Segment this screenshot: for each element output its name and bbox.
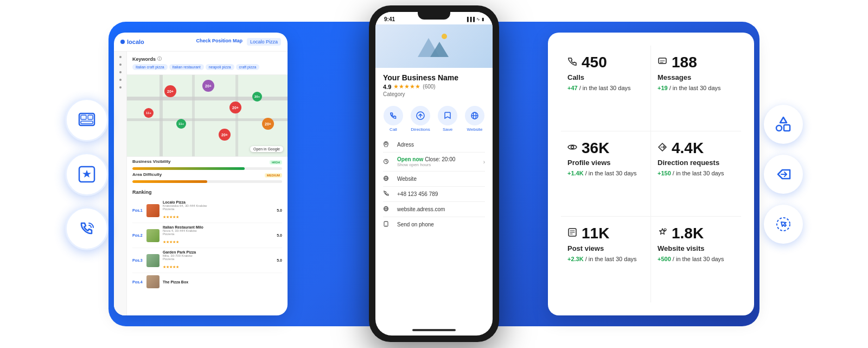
rank-score-2: 5.0 bbox=[277, 233, 282, 237]
directions-btn-circle bbox=[411, 106, 430, 125]
rank-cat-1: Pizzeria bbox=[163, 207, 273, 211]
messages-number: 188 bbox=[672, 54, 697, 71]
difficulty-bar bbox=[132, 180, 282, 183]
rank-score-1: 5.0 bbox=[277, 208, 282, 212]
home-indicator bbox=[412, 329, 456, 331]
tab-check-position[interactable]: Check Position Map bbox=[196, 38, 242, 46]
nav-dot-5 bbox=[119, 86, 122, 88]
website-visits-label: Website visits bbox=[658, 244, 735, 252]
call-btn-circle bbox=[384, 106, 403, 125]
left-icons bbox=[65, 98, 108, 250]
svg-point-8 bbox=[776, 125, 782, 131]
tab-localo-pizza[interactable]: Localo Pizza bbox=[247, 38, 281, 46]
rating-score: 4.9 bbox=[383, 84, 391, 90]
visibility-bar bbox=[132, 167, 282, 170]
website-label-icon bbox=[383, 175, 392, 182]
calls-icon-circle bbox=[65, 207, 108, 250]
nav-dot-3 bbox=[119, 71, 122, 73]
website-url-icon bbox=[383, 206, 392, 213]
map-sidebar-nav bbox=[114, 52, 127, 315]
action-btn-directions[interactable]: Directions bbox=[411, 106, 430, 132]
rank-info-2: Italian Restaurant Milo Nova 4, 30-444 K… bbox=[163, 225, 273, 245]
business-category: Category bbox=[383, 91, 485, 97]
info-row-website-label[interactable]: Website bbox=[383, 172, 485, 187]
reviews-icon bbox=[77, 164, 97, 184]
business-name: Your Business Name bbox=[383, 73, 485, 82]
calls-metric-header: 450 bbox=[567, 54, 644, 71]
keyword-tag-4[interactable]: craft pizza bbox=[236, 64, 260, 70]
website-visits-text: / in the last 30 days bbox=[673, 256, 724, 262]
metric-direction-requests: 4.4K Direction requests +150 / in the la… bbox=[651, 131, 741, 217]
post-views-text: / in the last 30 days bbox=[585, 256, 637, 262]
map-visual-area[interactable]: 20+ 20+ 20+ 20+ 20+ 11+ 11+ 20+ Open in … bbox=[127, 75, 288, 156]
profile-views-positive: +1.4K bbox=[567, 170, 584, 176]
action-btn-call[interactable]: Call bbox=[384, 106, 403, 132]
rank-cat-3: Pizzeria bbox=[163, 257, 273, 261]
map-pin-5: 20+ bbox=[219, 129, 231, 141]
open-in-google-btn[interactable]: Open in Google bbox=[250, 146, 283, 152]
rank-name-4: The Pizza Box bbox=[163, 280, 282, 284]
messages-change-positive: +19 bbox=[658, 85, 668, 91]
hours-details: Open now Close: 20:00 Show open hours bbox=[397, 156, 478, 167]
website-visits-number: 1.8K bbox=[672, 225, 704, 242]
keyword-tag-2[interactable]: Italian restaurant bbox=[169, 64, 204, 70]
hours-arrow-icon: › bbox=[483, 159, 485, 165]
rank-img-4 bbox=[146, 275, 159, 288]
rank-name-2: Italian Restaurant Milo bbox=[163, 225, 273, 229]
map-pin-3: 20+ bbox=[229, 102, 241, 113]
messages-change-text: / in the last 30 days bbox=[669, 85, 721, 91]
metric-profile-views: 36K Profile views +1.4K / in the last 30… bbox=[561, 131, 651, 217]
ranking-item-1: Pos.1 Localo Pizza Krakowska 64, 30-444 … bbox=[132, 198, 282, 223]
calls-number: 450 bbox=[582, 54, 607, 71]
directions-icon bbox=[416, 111, 425, 120]
battery-icon: ▮ bbox=[482, 17, 484, 22]
profile-views-icon bbox=[567, 142, 577, 155]
calls-label: Calls bbox=[567, 73, 644, 81]
phone-screen: 9:41 ▐▐▐ ∿ ▮ Your Business Name bbox=[375, 12, 493, 336]
info-row-send-phone[interactable]: Send on phone bbox=[383, 217, 485, 232]
calls-change-text: / in the last 30 days bbox=[579, 85, 631, 91]
svg-marker-5 bbox=[82, 170, 91, 178]
hero-mountain-svg bbox=[415, 30, 453, 62]
keyword-tag-3[interactable]: neapoli pizza bbox=[206, 64, 234, 70]
info-row-website-url[interactable]: website.adress.com bbox=[383, 202, 485, 217]
nav-dot-4 bbox=[119, 79, 122, 81]
directions-sign-icon-circle bbox=[764, 155, 803, 194]
map-panel-header: localo Check Position Map Localo Pizza bbox=[114, 33, 288, 52]
map-content: Keywords ⓘ Italian craft pizza Italian r… bbox=[127, 52, 288, 315]
rank-name-1: Localo Pizza bbox=[163, 200, 273, 204]
difficulty-fill bbox=[132, 180, 207, 183]
action-btn-save[interactable]: Save bbox=[438, 106, 457, 132]
visibility-section: Business Visibility HIGH Area Difficulty… bbox=[127, 156, 288, 186]
messages-change: +19 / in the last 30 days bbox=[658, 85, 735, 91]
phone-business-info: Your Business Name 4.9 ★★★★★ (600) Categ… bbox=[375, 68, 493, 100]
keywords-section: Keywords ⓘ Italian craft pizza Italian r… bbox=[127, 52, 288, 75]
ranking-item-4: Pos.4 The Pizza Box bbox=[132, 273, 282, 290]
analytics-panel: 450 Calls +47 / in the last 30 days 188 … bbox=[548, 33, 754, 315]
rank-pos-2: Pos.2 bbox=[132, 233, 143, 237]
direction-requests-number: 4.4K bbox=[672, 140, 704, 157]
rank-info-1: Localo Pizza Krakowska 64, 30-444 Kraków… bbox=[163, 200, 273, 220]
map-pin-6: 11+ bbox=[176, 119, 186, 129]
direction-requests-label: Direction requests bbox=[658, 159, 735, 167]
gallery-icon-circle bbox=[65, 98, 108, 142]
hours-text: Open now Close: 20:00 bbox=[397, 156, 478, 162]
svg-rect-1 bbox=[81, 115, 86, 119]
messages-metric-header: 188 bbox=[658, 54, 735, 71]
direction-requests-header: 4.4K bbox=[658, 140, 735, 157]
profile-views-label: Profile views bbox=[567, 159, 644, 167]
call-btn-label: Call bbox=[390, 127, 397, 132]
cursor-icon bbox=[775, 216, 792, 233]
messages-label: Messages bbox=[658, 73, 735, 81]
info-row-phone[interactable]: +48 123 456 789 bbox=[383, 187, 485, 202]
info-row-hours[interactable]: Open now Close: 20:00 Show open hours › bbox=[383, 153, 485, 172]
action-btn-website[interactable]: Website bbox=[465, 106, 484, 132]
post-views-label: Post views bbox=[567, 244, 644, 252]
keyword-tag-1[interactable]: Italian craft pizza bbox=[132, 64, 168, 70]
cursor-icon-circle bbox=[764, 205, 803, 244]
calls-metric-icon bbox=[567, 56, 577, 69]
show-hours-link[interactable]: Show open hours bbox=[397, 162, 478, 167]
business-rating: 4.9 ★★★★★ (600) bbox=[383, 83, 485, 90]
post-views-number: 11K bbox=[582, 225, 609, 242]
profile-views-header: 36K bbox=[567, 140, 644, 157]
